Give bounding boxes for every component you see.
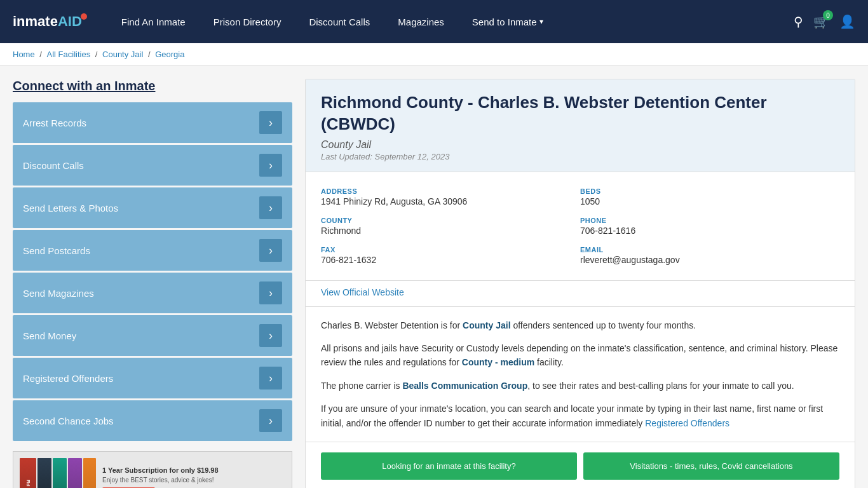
dropdown-arrow-icon: ▾	[539, 17, 543, 26]
facility-updated: Last Updated: September 12, 2023	[321, 152, 839, 161]
sidebar-arrow-icon: ›	[259, 281, 282, 304]
breadcrumb: Home / All Facilities / County Jail / Ge…	[13, 50, 855, 59]
sidebar-item-registered-offenders[interactable]: Registered Offenders ›	[13, 358, 292, 398]
sidebar-arrow-icon: ›	[259, 367, 282, 390]
facility-title: Richmond County - Charles B. Webster Det…	[321, 92, 839, 135]
breadcrumb-bar: Home / All Facilities / County Jail / Ge…	[0, 43, 868, 66]
breadcrumb-georgia[interactable]: Georgia	[155, 50, 184, 59]
beds-label: BEDS	[580, 187, 839, 195]
email-cell: EMAIL rleverett@augustaga.gov	[580, 241, 839, 270]
beds-value: 1050	[580, 196, 839, 207]
nav-discount-calls[interactable]: Discount Calls	[295, 0, 384, 43]
sidebar-item-send-postcards[interactable]: Send Postcards ›	[13, 230, 292, 271]
header: inmate AID Find An Inmate Prison Directo…	[0, 0, 868, 43]
cart-badge: 0	[823, 10, 833, 20]
email-value: rleverett@augustaga.gov	[580, 255, 839, 265]
desc-para-4: If you are unsure of your inmate's locat…	[321, 402, 839, 430]
sidebar-menu: Arrest Records › Discount Calls › Send L…	[13, 102, 292, 441]
phone-value: 706-821-1616	[580, 226, 839, 236]
address-cell: ADDRESS 1941 Phinizy Rd, Augusta, GA 309…	[321, 182, 580, 212]
nav-find-inmate[interactable]: Find An Inmate	[107, 0, 200, 43]
breadcrumb-county-jail[interactable]: County Jail	[102, 50, 143, 59]
ad-subtitle: Enjoy the BEST stories, advice & jokes!	[102, 477, 285, 484]
county-jail-link[interactable]: County Jail	[463, 320, 510, 330]
ad-books: Rd	[20, 458, 96, 488]
sidebar-item-discount-calls[interactable]: Discount Calls ›	[13, 145, 292, 186]
search-icon[interactable]: ⚲	[794, 14, 803, 29]
visitations-button[interactable]: Visitations - times, rules, Covid cancel…	[583, 452, 839, 480]
breadcrumb-all-facilities[interactable]: All Facilities	[47, 50, 91, 59]
address-label: ADDRESS	[321, 187, 580, 195]
user-icon[interactable]: 👤	[839, 14, 855, 29]
registered-offenders-link[interactable]: Registered Offenders	[645, 418, 729, 428]
sidebar-arrow-icon: ›	[259, 196, 282, 219]
email-label: EMAIL	[580, 246, 839, 254]
sidebar-item-second-chance-jobs[interactable]: Second Chance Jobs ›	[13, 400, 292, 441]
breadcrumb-home[interactable]: Home	[13, 50, 35, 59]
view-website-row: View Official Website	[306, 281, 855, 307]
logo-area[interactable]: inmate AID	[13, 13, 88, 30]
sidebar-arrow-icon: ›	[259, 111, 282, 134]
facility-header: Richmond County - Charles B. Webster Det…	[306, 79, 855, 172]
sidebar-item-send-money[interactable]: Send Money ›	[13, 315, 292, 356]
county-value: Richmond	[321, 226, 580, 236]
fax-value: 706-821-1632	[321, 255, 580, 265]
info-grid: ADDRESS 1941 Phinizy Rd, Augusta, GA 309…	[306, 172, 855, 281]
sidebar-arrow-icon: ›	[259, 324, 282, 347]
county-cell: COUNTY Richmond	[321, 212, 580, 241]
facility-description: Charles B. Webster Detention is for Coun…	[306, 307, 855, 442]
sidebar-title: Connect with an Inmate	[13, 79, 292, 93]
county-medium-link[interactable]: County - medium	[462, 357, 534, 367]
bealls-link[interactable]: Bealls Communication Group	[402, 381, 527, 391]
sidebar-item-send-magazines[interactable]: Send Magazines ›	[13, 273, 292, 313]
find-inmate-button[interactable]: Looking for an inmate at this facility?	[321, 452, 577, 480]
sidebar: Connect with an Inmate Arrest Records › …	[13, 79, 292, 488]
nav-send-to-inmate[interactable]: Send to Inmate ▾	[458, 0, 557, 43]
address-value: 1941 Phinizy Rd, Augusta, GA 30906	[321, 196, 580, 207]
sidebar-arrow-icon: ›	[259, 154, 282, 177]
desc-para-3: The phone carrier is Bealls Communicatio…	[321, 379, 839, 393]
desc-para-2: All prisons and jails have Security or C…	[321, 341, 839, 370]
sidebar-arrow-icon: ›	[259, 239, 282, 262]
sidebar-arrow-icon: ›	[259, 409, 282, 432]
facility-content: Richmond County - Charles B. Webster Det…	[305, 79, 855, 488]
fax-cell: FAX 706-821-1632	[321, 241, 580, 270]
sidebar-item-send-letters[interactable]: Send Letters & Photos ›	[13, 187, 292, 228]
view-website-link[interactable]: View Official Website	[321, 287, 404, 297]
phone-label: PHONE	[580, 217, 839, 224]
main-container: Connect with an Inmate Arrest Records › …	[0, 66, 868, 488]
ad-text-area: 1 Year Subscription for only $19.98 Enjo…	[102, 466, 285, 488]
desc-para-1: Charles B. Webster Detention is for Coun…	[321, 318, 839, 332]
sidebar-ad: Rd 1 Year Subscription for only $19.98 E…	[13, 451, 292, 488]
nav-menu: Find An Inmate Prison Directory Discount…	[107, 0, 794, 43]
fax-label: FAX	[321, 246, 580, 254]
nav-magazines[interactable]: Magazines	[384, 0, 458, 43]
facility-type: County Jail	[321, 139, 839, 151]
ad-title: 1 Year Subscription for only $19.98	[102, 466, 285, 474]
header-icons: ⚲ 🛒 0 👤	[794, 14, 855, 29]
phone-cell: PHONE 706-821-1616	[580, 212, 839, 241]
nav-prison-directory[interactable]: Prison Directory	[200, 0, 295, 43]
action-buttons: Looking for an inmate at this facility? …	[306, 442, 855, 488]
sidebar-item-arrest-records[interactable]: Arrest Records ›	[13, 102, 292, 143]
county-label: COUNTY	[321, 217, 580, 224]
beds-cell: BEDS 1050	[580, 182, 839, 212]
cart-icon[interactable]: 🛒 0	[813, 14, 829, 29]
